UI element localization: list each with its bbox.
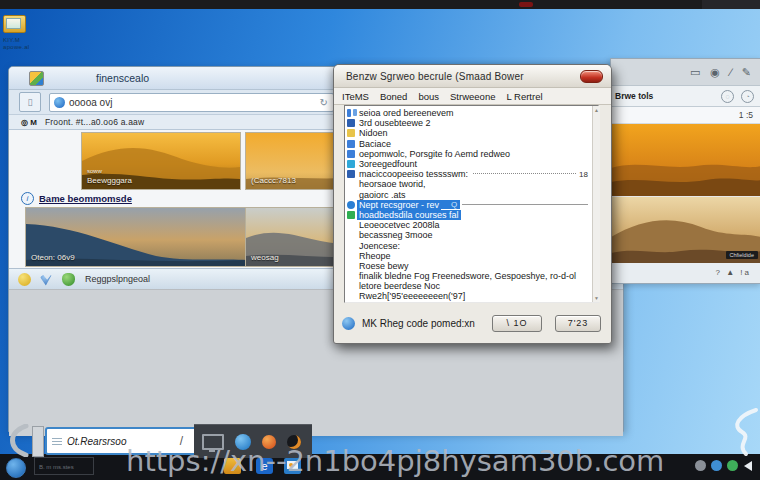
right-window-status-icons[interactable]: ? ▲ !a [611, 263, 760, 283]
list-item-label: becassneg 3mooe [357, 230, 435, 240]
menu-item[interactable]: ITeMS [342, 91, 369, 102]
scroll-up-icon[interactable]: ▲ [593, 107, 600, 113]
list-item[interactable]: hoadbedsdila courses fal [347, 210, 598, 220]
target-icon[interactable]: ◉ [710, 66, 720, 79]
sq-teal-icon [347, 160, 357, 168]
dot-blue-icon [347, 201, 357, 209]
menu-item[interactable]: Strweeone [450, 91, 495, 102]
dialog-footer: MK Rheg code pomed:xn \ 1O 7'23 [342, 311, 603, 335]
list-item-label: Rwe2h['95'eeeeeeeen('97] [357, 291, 467, 301]
info-link[interactable]: Bame beommomsde [39, 193, 132, 204]
sq-green-icon [347, 211, 357, 219]
firefox-icon[interactable] [262, 435, 276, 449]
status-text: Reggpslpngeoal [85, 274, 150, 284]
list-item[interactable]: Nidoen [347, 128, 598, 138]
start-button[interactable] [6, 458, 26, 478]
taskbar-photos-icon[interactable] [284, 458, 301, 474]
address-bar[interactable]: ooooa ovj ↻ [49, 93, 334, 112]
toolbar-badge-icon[interactable]: ◎ M [21, 118, 37, 127]
recording-indicator [519, 2, 533, 7]
ok-button[interactable]: \ 1O [492, 315, 542, 332]
list-item[interactable]: finalik bledne Fog Freenedswore, Gespoes… [347, 271, 598, 281]
pen-icon[interactable]: ✎ [742, 66, 751, 79]
preview-image-1[interactable] [611, 124, 760, 196]
menu-item[interactable]: bous [418, 91, 439, 102]
list-item[interactable]: 3rd ousebteewe 2 [347, 118, 598, 128]
taskbar-folder-icon[interactable] [224, 458, 241, 474]
top-screen-bar [0, 0, 760, 9]
pinned-search-box[interactable]: B. m ms.stes [34, 457, 94, 475]
cancel-button[interactable]: 7'23 [555, 315, 601, 332]
circle-icon-1[interactable]: ◌ [721, 90, 734, 103]
dialog-titlebar[interactable]: Benzw Sgrweo becrule (Smaad Bower [334, 65, 611, 88]
list-item-label: finalik bledne Fog Freenedswore, Gespoes… [357, 271, 578, 281]
list-item[interactable]: heorsaoe tworid, [347, 179, 598, 189]
desktop-icon-sublabel: apowe.al [3, 44, 47, 51]
photo-badge: Chfieldide [726, 251, 758, 259]
wallpaper-thumbnail-3[interactable]: Oteon: 06v9 [25, 207, 248, 267]
crescent-icon[interactable] [287, 435, 301, 449]
tray-arrow-icon[interactable] [744, 461, 752, 471]
nav-button[interactable]: ▯ [19, 92, 41, 112]
mountain-graphic [611, 124, 760, 196]
list-item[interactable]: oepomwolc, Porsgite fo Aemd redweo [347, 149, 598, 159]
refresh-icon[interactable]: ↻ [320, 97, 328, 108]
listbox-scrollbar[interactable]: ▲ ▼ [592, 106, 600, 302]
tile-label-small: soww [87, 167, 132, 176]
menu-item[interactable]: Boned [380, 91, 407, 102]
list-item-label: heorsaoe tworid, [357, 179, 428, 189]
desktop: KIY.M apowe.al finenscealo ▯ ooooa ovj ↻… [0, 0, 760, 480]
list-item[interactable]: gaoiorc .ats [347, 190, 598, 200]
list-item-label: maciccoopeeiso tesssswm: [357, 169, 470, 179]
list-item[interactable]: becassneg 3mooe [347, 230, 598, 240]
toolbar-text[interactable]: Froont. #t...a0.oo6 a.aaw [45, 117, 145, 127]
emoji-icon[interactable] [18, 273, 31, 286]
list-item-label: hoadbedsdila courses fal [357, 210, 461, 220]
tray-icon-1[interactable] [695, 460, 706, 471]
list-item[interactable]: seioa ored bereenevem [347, 108, 598, 118]
address-text: ooooa ovj [69, 97, 112, 108]
list-item[interactable]: 3oreegedfount [347, 159, 598, 169]
info-row: i Bame beommomsde [21, 192, 132, 205]
list-item-label: Leoeocetvec 2008la [357, 220, 442, 230]
close-button[interactable] [580, 70, 603, 83]
menu-item[interactable]: L Rertrel [506, 91, 542, 102]
list-item[interactable]: Leoeocetvec 2008la [347, 220, 598, 230]
tile-label: Oteon: 06v9 [31, 253, 75, 262]
wallpaper-thumbnail-1[interactable]: sowwBeewgggara [81, 132, 241, 190]
taskbar-search-text: Ot.Rearsrsoo [67, 436, 180, 447]
list-item[interactable]: Joencese: [347, 240, 598, 250]
list-item[interactable]: Nept recsgroer - revQ [347, 200, 598, 210]
bag-icon[interactable] [62, 273, 75, 286]
dotted-leader [473, 173, 576, 174]
curve-decoration [0, 424, 30, 457]
circle-icon-2[interactable]: ◔ [741, 90, 754, 103]
slash-icon[interactable]: ∕ [730, 66, 732, 78]
list-item[interactable]: letore beerdese Noc [347, 281, 598, 291]
tray-icon-2[interactable] [711, 460, 722, 471]
list-item-label: Nidoen [357, 128, 390, 138]
list-item-label: Roese bewy [357, 261, 411, 271]
focus-line [462, 204, 588, 205]
tile-label: (Caccc:7813 [251, 176, 296, 185]
browser-icon[interactable] [235, 434, 251, 450]
desktop-icon-folder[interactable]: KIY.M apowe.al [3, 15, 47, 51]
list-item-label: seioa ored bereenevem [357, 108, 456, 118]
monitor-icon[interactable] [202, 434, 224, 450]
taskbar-ie-icon[interactable]: e [256, 458, 273, 474]
check-icon[interactable] [40, 273, 53, 286]
list-item[interactable]: Rwe2h['95'eeeeeeeen('97] [347, 291, 598, 301]
explorer-title: finenscealo [96, 72, 149, 84]
folder-icon [3, 15, 26, 33]
preview-image-2[interactable]: Chfieldide [611, 196, 760, 263]
list-item[interactable]: Roese bewy [347, 261, 598, 271]
list-item[interactable]: Rheope [347, 251, 598, 261]
scroll-down-icon[interactable]: ▼ [593, 295, 600, 301]
tray-icon-3[interactable] [727, 460, 738, 471]
desktop-icon-label: KIY.M [3, 37, 47, 44]
list-item[interactable]: Baciace [347, 139, 598, 149]
rect-icon[interactable]: ▭ [690, 66, 700, 79]
taskbar-search-box[interactable]: Ot.Rearsrsoo / [45, 427, 197, 455]
list-item-label: gaoiorc .ats [357, 190, 408, 200]
list-item[interactable]: maciccoopeeiso tesssswm:18 [347, 169, 598, 179]
